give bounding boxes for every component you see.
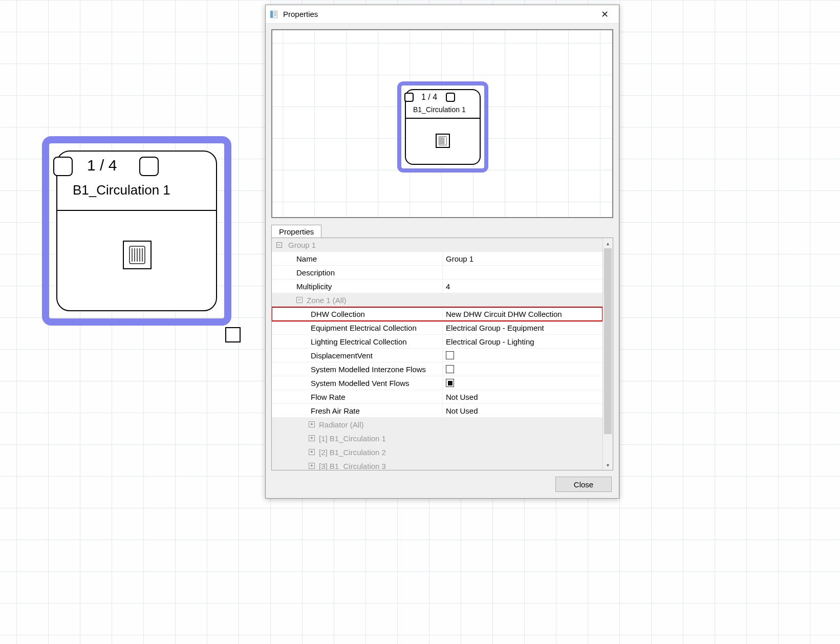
- property-value[interactable]: Not Used: [443, 404, 602, 417]
- expand-icon[interactable]: +: [309, 463, 315, 469]
- property-group-header[interactable]: −Group 1: [272, 238, 602, 252]
- property-value[interactable]: [443, 266, 602, 279]
- property-label: System Modelled Interzone Flows: [286, 362, 443, 376]
- expand-icon[interactable]: +: [309, 421, 315, 427]
- node-port-right[interactable]: [139, 157, 159, 176]
- property-child-header[interactable]: +[2] B1_Circulation 2: [272, 445, 602, 459]
- radiator-icon: [123, 241, 152, 269]
- svg-rect-0: [270, 11, 273, 18]
- child-header: +[2] B1_Circulation 2: [286, 445, 602, 459]
- child-header: +[3] B1_Circulation 3: [286, 459, 602, 470]
- property-label: Description: [286, 266, 443, 279]
- dialog-title: Properties: [283, 10, 594, 18]
- radiator-icon: [436, 134, 450, 148]
- preview-name-label: B1_Circulation 1: [413, 105, 466, 114]
- property-value[interactable]: Group 1: [443, 252, 602, 265]
- property-row[interactable]: DisplacementVent: [272, 349, 602, 362]
- expand-icon[interactable]: +: [309, 435, 315, 441]
- property-row[interactable]: Fresh Air RateNot Used: [272, 404, 602, 418]
- node-titlebar: 1 / 4 B1_Circulation 1: [57, 152, 216, 211]
- node-port-left[interactable]: [53, 157, 73, 176]
- property-value[interactable]: [443, 376, 602, 390]
- property-value[interactable]: New DHW Circuit DHW Collection: [443, 307, 602, 320]
- property-value[interactable]: Not Used: [443, 390, 602, 403]
- app-icon: [270, 10, 278, 18]
- property-child-header[interactable]: +[1] B1_Circulation 1: [272, 432, 602, 445]
- property-value[interactable]: [443, 362, 602, 376]
- tabstrip: Properties: [271, 222, 613, 238]
- property-value[interactable]: [443, 349, 602, 362]
- collapse-icon[interactable]: −: [296, 297, 303, 303]
- canvas-handle[interactable]: [225, 327, 241, 342]
- property-label: Multiplicity: [286, 280, 443, 293]
- property-label: Name: [286, 252, 443, 265]
- property-row[interactable]: System Modelled Interzone Flows: [272, 362, 602, 376]
- property-row[interactable]: Lighting Electrical CollectionElectrical…: [272, 335, 602, 349]
- preview-node-group[interactable]: 1 / 4 B1_Circulation 1: [397, 81, 488, 173]
- property-value[interactable]: 4: [443, 280, 602, 293]
- zone-header: −Zone 1 (All): [286, 293, 443, 307]
- property-label: DHW Collection: [286, 307, 443, 320]
- dialog-titlebar[interactable]: Properties ✕: [266, 5, 619, 24]
- child-header: +[1] B1_Circulation 1: [286, 432, 602, 445]
- collapse-icon[interactable]: −: [272, 242, 286, 248]
- property-value[interactable]: Electrical Group - Equipment: [443, 321, 602, 334]
- property-label: System Modelled Vent Flows: [286, 376, 443, 390]
- property-row[interactable]: NameGroup 1: [272, 252, 602, 266]
- node-name-label: B1_Circulation 1: [73, 182, 170, 198]
- property-subgroup-header[interactable]: −Zone 1 (All): [272, 293, 602, 307]
- property-label: Fresh Air Rate: [286, 404, 443, 417]
- close-button[interactable]: Close: [555, 477, 612, 492]
- property-label: Lighting Electrical Collection: [286, 335, 443, 348]
- property-row[interactable]: DHW CollectionNew DHW Circuit DHW Collec…: [272, 307, 602, 321]
- property-child-header[interactable]: +Radiator (All): [272, 418, 602, 432]
- preview-node-body: 1 / 4 B1_Circulation 1: [405, 89, 481, 165]
- property-label: DisplacementVent: [286, 349, 443, 362]
- property-value-text: New DHW Circuit DHW Collection: [446, 310, 562, 318]
- preview-port-left: [404, 93, 414, 102]
- scroll-up-icon[interactable]: ▴: [603, 238, 613, 248]
- property-row[interactable]: Flow RateNot Used: [272, 390, 602, 404]
- canvas-node-group[interactable]: 1 / 4 B1_Circulation 1: [42, 136, 231, 326]
- property-value[interactable]: Electrical Group - Lighting: [443, 335, 602, 348]
- property-label: Equipment Electrical Collection: [286, 321, 443, 334]
- property-value-text: Not Used: [446, 393, 478, 401]
- property-value-text: Electrical Group - Lighting: [446, 337, 534, 346]
- checkbox[interactable]: [446, 379, 454, 387]
- preview-port-right: [446, 93, 455, 102]
- property-grid[interactable]: −Group 1NameGroup 1DescriptionMultiplici…: [271, 238, 613, 470]
- node-body[interactable]: 1 / 4 B1_Circulation 1: [56, 151, 217, 311]
- dialog-footer: Close: [266, 470, 619, 498]
- property-row[interactable]: Description: [272, 266, 602, 280]
- node-count-label: 1 / 4: [87, 157, 117, 174]
- close-icon: ✕: [601, 9, 609, 20]
- dialog-close-button[interactable]: ✕: [594, 5, 615, 23]
- checkbox[interactable]: [446, 351, 454, 359]
- scroll-down-icon[interactable]: ▾: [603, 460, 613, 470]
- property-row[interactable]: Equipment Electrical CollectionElectrica…: [272, 321, 602, 335]
- tab-properties[interactable]: Properties: [271, 225, 321, 238]
- properties-dialog: Properties ✕ 1 / 4 B1_Circulation 1 Prop…: [265, 5, 619, 499]
- group-header: Group 1: [286, 238, 443, 251]
- scroll-thumb[interactable]: [604, 248, 612, 434]
- property-row[interactable]: Multiplicity4: [272, 280, 602, 293]
- property-value-text: Not Used: [446, 406, 478, 415]
- preview-count-label: 1 / 4: [421, 93, 437, 102]
- property-label: Flow Rate: [286, 390, 443, 403]
- svg-rect-1: [273, 11, 277, 18]
- property-row[interactable]: System Modelled Vent Flows: [272, 376, 602, 390]
- property-child-header[interactable]: +[3] B1_Circulation 3: [272, 459, 602, 470]
- child-header: +Radiator (All): [286, 418, 602, 431]
- expand-icon[interactable]: +: [309, 449, 315, 455]
- property-value-text: Electrical Group - Equipment: [446, 324, 544, 332]
- checkbox[interactable]: [446, 365, 454, 373]
- dialog-preview-canvas[interactable]: 1 / 4 B1_Circulation 1: [271, 29, 613, 218]
- scrollbar-vertical[interactable]: ▴ ▾: [602, 238, 613, 470]
